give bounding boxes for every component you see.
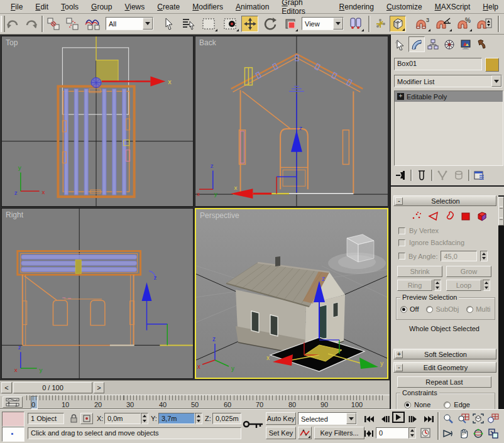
menu-animation[interactable]: Animation bbox=[230, 1, 275, 13]
menu-file[interactable]: File bbox=[5, 1, 28, 13]
edge-subobject-icon[interactable] bbox=[428, 211, 439, 221]
menu-help[interactable]: Help bbox=[477, 1, 504, 13]
constraint-none-radio[interactable] bbox=[404, 402, 411, 408]
loop-spinner[interactable] bbox=[483, 280, 490, 291]
auto-key-button[interactable]: Auto Key bbox=[266, 412, 296, 425]
object-name-field[interactable]: Box01 bbox=[394, 58, 482, 70]
redo-button[interactable] bbox=[23, 16, 40, 32]
viewport-perspective[interactable]: Perspective bbox=[195, 208, 388, 379]
dropdown-arrow-icon[interactable] bbox=[143, 18, 153, 30]
time-slider-handle[interactable]: 0 / 100 bbox=[13, 382, 92, 393]
absolute-offset-mode-toggle[interactable] bbox=[80, 413, 93, 424]
select-by-name-button[interactable] bbox=[180, 16, 197, 32]
play-button[interactable] bbox=[392, 412, 405, 423]
select-and-rotate-button[interactable] bbox=[261, 16, 279, 32]
panel-scrollbar-thumb[interactable] bbox=[498, 197, 504, 226]
stack-item-editable-poly[interactable]: + Editable Poly bbox=[395, 91, 503, 102]
bind-to-spacewarp-button[interactable] bbox=[82, 16, 102, 32]
time-slider-next-button[interactable]: > bbox=[94, 382, 104, 393]
z-coordinate-field[interactable]: 0,025m bbox=[212, 413, 241, 424]
key-mode-dropdown[interactable]: Selected bbox=[298, 412, 357, 425]
set-key-button[interactable]: Set Key bbox=[266, 427, 296, 439]
time-slider-prev-button[interactable]: < bbox=[1, 382, 12, 393]
menu-modifiers[interactable]: Modifiers bbox=[187, 1, 229, 13]
repeat-last-button[interactable]: Repeat Last bbox=[397, 376, 491, 388]
current-frame-field[interactable]: 0 bbox=[376, 427, 408, 439]
menu-maxscript[interactable]: MAXScript bbox=[429, 1, 476, 13]
selection-rollout-header[interactable]: - Selection bbox=[393, 195, 496, 206]
panel-scrollbar-track[interactable] bbox=[498, 195, 504, 409]
pan-button[interactable] bbox=[457, 427, 471, 440]
undo-button[interactable] bbox=[4, 16, 21, 32]
make-unique-button[interactable] bbox=[436, 169, 449, 182]
dropdown-arrow-icon[interactable] bbox=[333, 18, 343, 30]
track-bar[interactable]: 0 10 20 30 40 50 60 70 80 90 100 bbox=[0, 395, 390, 409]
ignore-backfacing-checkbox[interactable] bbox=[398, 239, 405, 246]
open-mini-curve-editor-button[interactable] bbox=[3, 397, 23, 408]
maximize-viewport-toggle-button[interactable] bbox=[486, 427, 500, 440]
select-object-button[interactable] bbox=[161, 16, 177, 32]
menu-views[interactable]: Views bbox=[119, 1, 150, 13]
pin-stack-button[interactable] bbox=[394, 169, 408, 182]
element-subobject-icon[interactable] bbox=[476, 211, 488, 221]
shrink-button[interactable]: Shrink bbox=[397, 266, 442, 277]
object-color-swatch[interactable] bbox=[485, 58, 499, 72]
snap-toggle-3-button[interactable]: 3 bbox=[414, 16, 431, 32]
select-and-link-button[interactable] bbox=[45, 16, 62, 32]
previous-frame-button[interactable] bbox=[378, 413, 392, 425]
y-coordinate-field[interactable]: 3,7m bbox=[158, 413, 195, 424]
tab-modify[interactable] bbox=[408, 36, 425, 52]
tab-hierarchy[interactable] bbox=[425, 36, 441, 52]
edit-geometry-rollout-header[interactable]: - Edit Geometry bbox=[393, 362, 496, 373]
preview-off-radio[interactable] bbox=[400, 306, 407, 313]
soft-selection-rollout-header[interactable]: + Soft Selection bbox=[393, 349, 496, 359]
dropdown-arrow-icon[interactable] bbox=[346, 413, 356, 424]
stack-expand-icon[interactable]: + bbox=[397, 93, 404, 100]
y-spinner[interactable] bbox=[195, 413, 202, 424]
viewport-top-canvas[interactable]: x yxz bbox=[2, 36, 193, 206]
expand-icon[interactable]: + bbox=[395, 351, 403, 358]
by-vertex-checkbox[interactable] bbox=[398, 227, 405, 234]
select-and-move-button[interactable] bbox=[241, 16, 258, 32]
set-key-filters-curve-button[interactable] bbox=[298, 427, 312, 439]
tab-display[interactable] bbox=[457, 36, 474, 52]
tab-create[interactable] bbox=[392, 36, 408, 52]
arc-rotate-button[interactable] bbox=[471, 427, 485, 440]
tab-utilities[interactable] bbox=[474, 36, 490, 52]
zoom-button[interactable] bbox=[441, 412, 455, 425]
menu-create[interactable]: Create bbox=[151, 1, 185, 13]
select-and-manipulate-button[interactable] bbox=[372, 16, 388, 32]
menu-customize[interactable]: Customize bbox=[381, 1, 428, 13]
collapse-icon[interactable]: - bbox=[395, 197, 403, 205]
spinner-snap-toggle-button[interactable] bbox=[474, 16, 493, 32]
field-of-view-button[interactable] bbox=[441, 427, 455, 440]
by-angle-checkbox[interactable] bbox=[398, 253, 405, 260]
snaps-toggle-button[interactable] bbox=[390, 16, 406, 32]
vertex-subobject-icon[interactable] bbox=[411, 211, 422, 221]
go-to-start-button[interactable] bbox=[362, 413, 376, 425]
modifier-list-dropdown[interactable]: Modifier List bbox=[394, 75, 502, 87]
show-end-result-button[interactable] bbox=[415, 169, 429, 182]
next-frame-button[interactable] bbox=[406, 413, 420, 425]
move-gizmo-z-axis[interactable]: z bbox=[142, 271, 168, 345]
percent-snap-toggle-button[interactable]: % bbox=[455, 16, 473, 32]
ring-button[interactable]: Ring bbox=[397, 280, 432, 291]
x-spinner[interactable] bbox=[141, 413, 148, 424]
grow-button[interactable]: Grow bbox=[446, 266, 491, 277]
selection-lock-toggle[interactable] bbox=[67, 412, 80, 425]
ring-spinner[interactable] bbox=[434, 280, 441, 291]
polygon-subobject-icon[interactable] bbox=[461, 211, 471, 221]
go-to-end-button[interactable] bbox=[422, 413, 436, 425]
tab-motion[interactable] bbox=[441, 36, 457, 52]
viewport-back[interactable]: Back bbox=[195, 36, 388, 207]
remove-modifier-button[interactable] bbox=[452, 169, 466, 182]
select-and-scale-button[interactable] bbox=[282, 16, 299, 32]
menu-tools[interactable]: Tools bbox=[55, 1, 84, 13]
by-angle-field[interactable]: 45,0 bbox=[441, 251, 477, 261]
viewport-top[interactable]: Top bbox=[1, 36, 194, 207]
viewport-right[interactable]: Right bbox=[1, 208, 194, 379]
move-gizmo-x-arrow[interactable]: x bbox=[231, 184, 272, 199]
key-filters-button[interactable]: Key Filters... bbox=[314, 427, 364, 439]
zoom-extents-button[interactable] bbox=[471, 412, 485, 425]
zoom-all-button[interactable] bbox=[457, 412, 471, 425]
